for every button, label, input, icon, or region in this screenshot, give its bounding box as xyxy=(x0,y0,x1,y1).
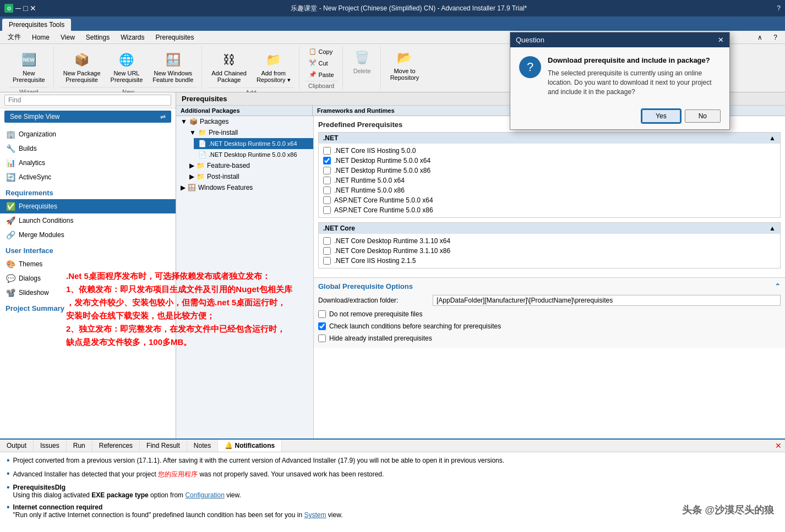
dialog-text: Download prerequisite and include in pac… xyxy=(548,56,721,96)
nav-organization[interactable]: 🏢 Organization xyxy=(0,127,176,141)
check-no-remove[interactable] xyxy=(318,310,326,318)
bottom-panel-close[interactable]: ✕ xyxy=(772,440,785,451)
tab-references[interactable]: References xyxy=(92,440,140,452)
packages-icon: 📦 xyxy=(189,118,198,125)
dialog-yes-button[interactable]: Yes xyxy=(642,109,680,123)
check-desktop-x86[interactable] xyxy=(323,167,331,174)
tab-prerequisites-tools[interactable]: Prerequisites Tools xyxy=(2,19,71,31)
paste-button[interactable]: 📌 Paste xyxy=(305,69,338,80)
menu-home[interactable]: Home xyxy=(26,32,55,42)
tab-notifications[interactable]: 🔔 Notifications xyxy=(218,440,282,452)
new-prerequisite-button[interactable]: 🆕 NewPrerequisite xyxy=(9,48,49,86)
tab-issues[interactable]: Issues xyxy=(34,440,67,452)
check-runtime-x86[interactable] xyxy=(323,187,331,194)
pre-install-arrow: ▼ xyxy=(189,129,196,136)
menu-file[interactable]: 文件 xyxy=(2,31,26,43)
dialog-body-text: The selected prerequisite is currently u… xyxy=(548,69,721,96)
system-link[interactable]: System xyxy=(304,511,326,519)
dotnet-core-collapse-icon[interactable]: ▲ xyxy=(769,224,776,232)
notification-text-2: Advanced Installer has detected that you… xyxy=(13,470,384,479)
check-check-launch[interactable] xyxy=(318,322,326,330)
add-chained-label: Add ChainedPackage xyxy=(211,70,247,83)
bullet-4: • xyxy=(7,502,10,512)
nav-dialogs[interactable]: 💬 Dialogs xyxy=(0,271,176,286)
expand-icon[interactable]: ∧ xyxy=(752,32,768,42)
tree-windows-features[interactable]: ▶ 🪟 Windows Features xyxy=(176,182,313,193)
global-options-label: Global Prerequisite Options xyxy=(318,282,413,290)
tree-feature-based[interactable]: ▶ 📁 Feature-based xyxy=(185,160,313,171)
new-url-prereq-button[interactable]: 🌐 New URLPrerequisite xyxy=(107,48,147,86)
search-input[interactable] xyxy=(4,95,171,106)
minimize-icon[interactable]: ─ xyxy=(15,4,21,13)
check-iis-5[interactable] xyxy=(323,147,331,155)
nav-launch-conditions[interactable]: 🚀 Launch Conditions xyxy=(0,213,176,228)
dialog-box[interactable]: Question ✕ ? Download prerequisite and i… xyxy=(510,32,730,130)
tree-packages[interactable]: ▼ 📦 Packages xyxy=(176,116,313,127)
nav-activesync[interactable]: 🔄 ActiveSync xyxy=(0,170,176,184)
menu-view[interactable]: View xyxy=(55,32,80,42)
cut-label: Cut xyxy=(319,60,328,67)
check-desktop-x64[interactable] xyxy=(323,157,331,164)
folder-input[interactable] xyxy=(433,295,781,306)
global-options-collapse[interactable]: ⌃ xyxy=(775,282,781,290)
prereq-tree-panel: ▼ 📦 Packages ▼ 📁 Pre-install 📄 .NET Desk… xyxy=(176,116,314,438)
close-icon[interactable]: ✕ xyxy=(30,4,36,13)
checkbox-runtime-x86: .NET Runtime 5.0.0 x86 xyxy=(323,185,776,195)
new-package-label: New PackagePrerequisite xyxy=(63,70,101,83)
tab-output[interactable]: Output xyxy=(0,440,34,452)
check-runtime-x64[interactable] xyxy=(323,177,331,184)
checkbox-iis-5: .NET Core IIS Hosting 5.0.0 xyxy=(323,146,776,156)
repo-add-icon: 📁 xyxy=(265,51,282,69)
nav-slideshow[interactable]: 📽️ Slideshow xyxy=(0,286,176,300)
notification-1: • Project converted from a previous vers… xyxy=(7,457,778,465)
tree-post-install[interactable]: ▶ 📁 Post-install xyxy=(185,171,313,182)
new-package-prereq-button[interactable]: 📦 New PackagePrerequisite xyxy=(59,48,105,86)
nav-prerequisites[interactable]: ✅ Prerequisites xyxy=(0,199,176,213)
project-summary-header: Project Summary xyxy=(0,300,176,315)
dotnet-x86-icon: 📄 xyxy=(198,151,206,158)
windows-feature-icon: 🪟 xyxy=(164,51,182,69)
cut-button[interactable]: ✂️ Cut xyxy=(305,58,338,68)
nav-merge-modules[interactable]: 🔗 Merge Modules xyxy=(0,228,176,242)
menu-settings[interactable]: Settings xyxy=(80,32,115,42)
check-core-desktop-x86[interactable] xyxy=(323,247,331,255)
tree-dotnet-x86[interactable]: 📄 .NET Desktop Runtime 5.0.0 x86 xyxy=(194,149,313,160)
checkbox-core-iis: .NET Core IIS Hosting 2.1.5 xyxy=(323,256,776,266)
check-core-iis[interactable] xyxy=(323,257,331,265)
menu-wizards[interactable]: Wizards xyxy=(115,32,150,42)
dialog-body: ? Download prerequisite and include in p… xyxy=(510,47,729,105)
configuration-link[interactable]: Configuration xyxy=(185,491,224,499)
dialog-no-button[interactable]: No xyxy=(685,109,721,123)
tree-pre-install[interactable]: ▼ 📁 Pre-install xyxy=(185,127,313,138)
dialog-close-button[interactable]: ✕ xyxy=(718,36,724,44)
menu-prerequisites[interactable]: Prerequisites xyxy=(150,32,200,42)
help-icon[interactable]: ? xyxy=(777,4,781,12)
check-asp-x64[interactable] xyxy=(323,196,331,204)
ribbon-wizard-buttons: 🆕 NewPrerequisite xyxy=(9,46,49,86)
new-windows-feature-button[interactable]: 🪟 New WindowsFeature bundle xyxy=(149,48,197,86)
tree-dotnet-x64[interactable]: 📄 .NET Desktop Runtime 5.0.0 x64 xyxy=(194,138,313,149)
move-to-repository-button[interactable]: 📂 Move toRepository xyxy=(386,46,423,84)
tab-notes[interactable]: Notes xyxy=(187,440,218,452)
simple-view-button[interactable]: See Simple View ⇌ xyxy=(4,111,171,123)
prereq-content-area: ▼ 📦 Packages ▼ 📁 Pre-install 📄 .NET Desk… xyxy=(176,116,785,438)
internet-text: "Run only if active Internet connection … xyxy=(13,511,304,519)
check-hide-installed[interactable] xyxy=(318,334,326,342)
add-chained-package-button[interactable]: ⛓ Add ChainedPackage xyxy=(208,48,250,86)
add-from-repository-button[interactable]: 📁 Add fromRepository ▾ xyxy=(253,48,295,86)
dotnet-collapse-icon[interactable]: ▲ xyxy=(769,134,776,142)
nav-tree: 🏢 Organization 🔧 Builds 📊 Analytics 🔄 Ac… xyxy=(0,125,176,438)
check-core-desktop-x64[interactable] xyxy=(323,237,331,245)
delete-button[interactable]: 🗑️ Delete xyxy=(348,46,376,77)
check-asp-x86[interactable] xyxy=(323,206,331,214)
chain-icon: ⛓ xyxy=(220,51,238,69)
delete-label: Delete xyxy=(353,68,371,74)
nav-analytics[interactable]: 📊 Analytics xyxy=(0,156,176,170)
tab-find-result[interactable]: Find Result xyxy=(140,440,187,452)
question-icon[interactable]: ? xyxy=(768,32,783,42)
copy-button[interactable]: 📋 Copy xyxy=(305,46,338,57)
tab-run[interactable]: Run xyxy=(67,440,92,452)
restore-icon[interactable]: □ xyxy=(23,4,28,13)
nav-themes[interactable]: 🎨 Themes xyxy=(0,257,176,271)
nav-builds[interactable]: 🔧 Builds xyxy=(0,141,176,156)
